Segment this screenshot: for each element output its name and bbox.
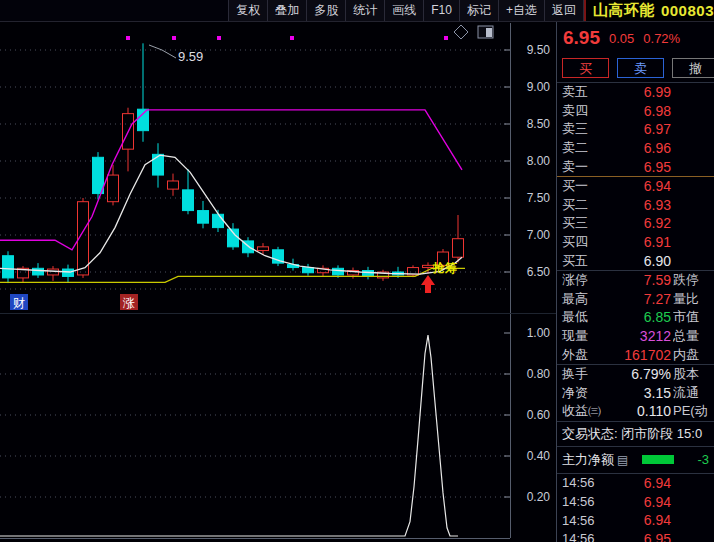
top-toolbar: 复权叠加多股统计画线F10标记+自选返回 山高环能 000803 [0, 0, 714, 22]
stat-value: 6.79% [631, 366, 671, 382]
tick-price: 6.94 [644, 494, 671, 510]
bid-label: 买四 [562, 233, 588, 251]
bid-label: 买一 [562, 177, 588, 195]
bid-price: 6.93 [644, 197, 671, 213]
stock-name: 山高环能 [593, 1, 655, 20]
indicator-badge-label: 涨 [122, 296, 135, 310]
stat-label2: PE(动 [673, 402, 709, 420]
stat-label2: 量比 [673, 290, 709, 308]
indicator-axis-label: 0.60 [527, 408, 551, 422]
candle-down [183, 190, 194, 211]
bid-price: 6.94 [644, 178, 671, 194]
stats-group-1: 涨停7.59跌停最高7.27量比最低6.85市值现量3212总量外盘161702… [557, 271, 714, 364]
stat-row: 外盘161702内盘 [557, 345, 714, 364]
stat-row: 涨停7.59跌停 [557, 271, 714, 290]
toolbar-item-8[interactable]: +自选 [498, 0, 544, 21]
candle-down [138, 109, 149, 130]
candle-down [3, 256, 14, 278]
ask-price: 6.96 [644, 140, 671, 156]
tick-row-1: 14:566.94 [557, 474, 714, 493]
stat-value: 7.59 [644, 272, 671, 288]
main-force-value: -3 [697, 452, 709, 467]
price-axis-label: 8.00 [527, 154, 551, 168]
trade-buttons: 买 卖 撤 [557, 54, 714, 82]
ask-price: 6.98 [644, 103, 671, 119]
toolbar-item-6[interactable]: F10 [423, 0, 459, 21]
toolbar-item-5[interactable]: 画线 [384, 0, 423, 21]
marker-dot [172, 36, 176, 40]
list-icon[interactable]: ▤ [617, 453, 628, 467]
trading-status: 交易状态: 闭市阶段 15:0 [557, 422, 714, 446]
stat-value: 3212 [640, 328, 671, 344]
chart-background [0, 0, 556, 542]
tick-price: 6.94 [644, 512, 671, 528]
ask-label: 卖五 [562, 83, 588, 101]
indicator-axis-label: 0.40 [527, 449, 551, 463]
bid-label: 买三 [562, 214, 588, 232]
toolbar-item-1[interactable]: 复权 [228, 0, 267, 21]
ask-row-1[interactable]: 卖五6.99 [557, 83, 714, 102]
toolbar-item-9[interactable]: 返回 [544, 0, 584, 21]
cancel-order-button[interactable]: 撤 [672, 58, 714, 78]
stat-label2: 跌停 [673, 271, 709, 289]
tick-price: 6.95 [644, 531, 671, 542]
price-axis-label: 9.50 [527, 43, 551, 57]
stat-label: 现量 [562, 327, 588, 345]
bid-row-5[interactable]: 买五6.90 [557, 251, 714, 270]
ask-row-4[interactable]: 卖二6.96 [557, 139, 714, 158]
ask-label: 卖二 [562, 139, 588, 157]
tick-time: 14:56 [562, 494, 595, 509]
bid-price: 6.91 [644, 234, 671, 250]
candle-down [33, 268, 44, 275]
bid-row-2[interactable]: 买二6.93 [557, 196, 714, 215]
main-chart[interactable]: 9.509.008.508.007.507.006.501.000.800.60… [0, 0, 556, 542]
ask-row-5[interactable]: 卖一6.95 [557, 157, 714, 176]
price-change-pct: 0.72% [643, 31, 680, 46]
indicator-axis-label: 1.00 [527, 326, 551, 340]
toolbar-item-7[interactable]: 标记 [459, 0, 498, 21]
stock-title: 山高环能 000803 [584, 0, 714, 21]
bid-price: 6.92 [644, 215, 671, 231]
ask-row-2[interactable]: 卖四6.98 [557, 102, 714, 121]
quote-panel: 6.95 0.05 0.72% 买 卖 撤 卖五6.99卖四6.98卖三6.97… [556, 22, 714, 542]
marker-dot [290, 36, 294, 40]
toolbar-spacer [0, 0, 228, 21]
bid-price: 6.90 [644, 253, 671, 269]
stock-app-window: 9.509.008.508.007.507.006.501.000.800.60… [0, 0, 714, 542]
stat-label: 最低 [562, 308, 588, 326]
ask-label: 卖一 [562, 158, 588, 176]
marker-dot [444, 36, 448, 40]
sell-button[interactable]: 卖 [617, 58, 664, 78]
main-force-bar [642, 455, 674, 464]
toolbar-item-3[interactable]: 多股 [306, 0, 345, 21]
tick-time: 14:56 [562, 475, 595, 490]
ask-levels: 卖五6.99卖四6.98卖三6.97卖二6.96卖一6.95 [557, 83, 714, 176]
stat-row: 收益㈢0.110PE(动 [557, 402, 714, 421]
stat-label2: 流通 [673, 384, 709, 402]
bid-label: 买五 [562, 252, 588, 270]
candle-down [213, 214, 224, 227]
tick-time: 14:56 [562, 531, 595, 542]
tick-row-2: 14:566.94 [557, 492, 714, 511]
tick-time: 14:56 [562, 513, 595, 528]
toolbar-menu: 复权叠加多股统计画线F10标记+自选返回 [228, 0, 584, 21]
time-sales-list: 14:566.9414:566.9414:566.9414:566.95 [557, 474, 714, 542]
toolbar-item-2[interactable]: 叠加 [267, 0, 306, 21]
stat-row: 现量3212总量 [557, 327, 714, 346]
high-annotation: 9.59 [178, 49, 203, 64]
bid-levels: 买一6.94买二6.93买三6.92买四6.91买五6.90 [557, 177, 714, 270]
price-axis-label: 7.00 [527, 228, 551, 242]
ask-row-3[interactable]: 卖三6.97 [557, 120, 714, 139]
ask-price: 6.95 [644, 159, 671, 175]
toolbar-item-4[interactable]: 统计 [345, 0, 384, 21]
bid-row-1[interactable]: 买一6.94 [557, 177, 714, 196]
candle-down [198, 211, 209, 224]
stat-value: 0.110 [637, 403, 671, 419]
candle-down [153, 154, 164, 175]
stat-value: 6.85 [644, 309, 671, 325]
buy-button[interactable]: 买 [562, 58, 609, 78]
price-axis-label: 8.50 [527, 117, 551, 131]
signal-label: 抢筹 [432, 261, 457, 275]
bid-row-4[interactable]: 买四6.91 [557, 233, 714, 252]
bid-row-3[interactable]: 买三6.92 [557, 214, 714, 233]
